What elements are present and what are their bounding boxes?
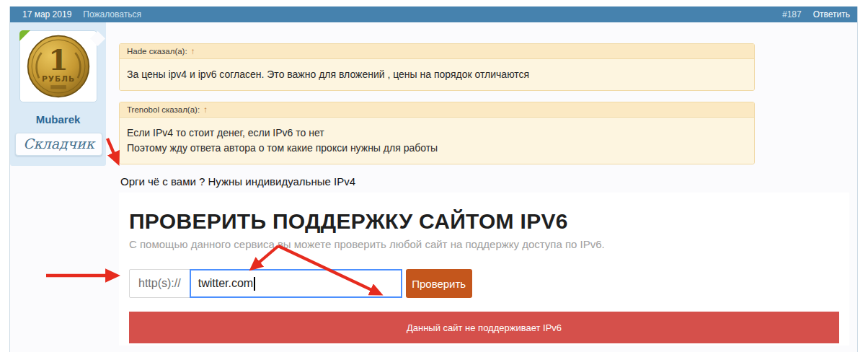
post-header-bar: 17 мар 2019 Пожаловаться #187 Ответить [10,6,857,22]
result-banner: Данный сайт не поддерживает IPv6 [129,312,839,343]
quote-jump-arrow[interactable]: ↑ [191,47,195,56]
coin-avatar-image: 1 РУБЛЬ [26,34,91,99]
quote-author: Hade [127,47,147,56]
check-button[interactable]: Проверить [406,269,472,298]
forum-post: 17 мар 2019 Пожаловаться #187 Ответить [9,6,858,352]
user-title-badge: Складчик [15,133,102,156]
avatar[interactable]: 1 РУБЛЬ [19,30,97,102]
quote-header: Trenobol сказал(а): ↑ [120,102,754,118]
quote-author: Trenobol [127,105,159,114]
quote-said-label: сказал(а): [149,47,187,56]
report-link[interactable]: Пожаловаться [83,9,141,19]
quote-header: Hade сказал(а): ↑ [120,44,754,59]
embedded-checker-screenshot: ПРОВЕРИТЬ ПОДДЕРЖКУ САЙТОМ IPV6 С помощь… [119,193,849,346]
quote-block: Trenobol сказал(а): ↑ Если IPv4 то стоит… [119,102,755,164]
user-sidebar: 1 РУБЛЬ Mubarek Складчик [10,22,106,346]
quote-block: Hade сказал(а): ↑ За цены ipv4 и ipv6 со… [119,43,755,91]
post-date: 17 мар 2019 [22,9,71,19]
checker-title: ПРОВЕРИТЬ ПОДДЕРЖКУ САЙТОМ IPV6 [129,210,839,233]
protocol-prefix-label: http(s):// [129,269,190,298]
svg-text:1: 1 [48,43,68,76]
text-cursor [254,277,255,291]
user-info-block: 1 РУБЛЬ Mubarek Складчик [10,22,106,166]
svg-text:РУБЛЬ: РУБЛЬ [41,74,74,84]
reply-link[interactable]: Ответить [813,9,850,19]
quote-text: Если IPv4 то стоит денег, если IPv6 то н… [120,118,754,164]
post-number-link[interactable]: #187 [782,9,802,19]
username-link[interactable]: Mubarek [10,113,106,126]
online-indicator-icon [19,30,30,41]
quote-jump-arrow[interactable]: ↑ [203,105,208,114]
checker-subtitle: С помощью данного сервиса вы можете пров… [129,238,839,250]
url-input[interactable]: twitter.com [190,269,402,298]
quote-said-label: сказал(а): [161,105,200,114]
post-message-text: Орги чё с вами ? Нужны индивидуальные IP… [120,175,857,188]
post-content: Hade сказал(а): ↑ За цены ipv4 и ipv6 со… [106,22,857,346]
url-input-value: twitter.com [198,277,253,290]
quote-text: За цены ipv4 и ipv6 согласен. Это важно … [120,59,754,90]
checker-form: http(s):// twitter.com Проверить [129,269,839,298]
